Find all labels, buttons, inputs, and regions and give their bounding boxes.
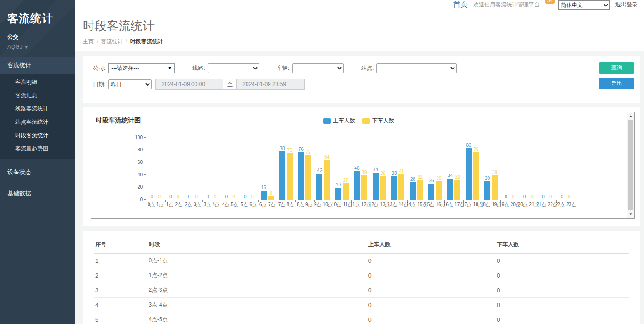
x-axis-label: 15点-16点	[425, 202, 446, 208]
user-name: AQGJ	[7, 44, 23, 50]
breadcrumb-current: 时段客流统计	[130, 38, 163, 45]
bar-value-label: 39	[492, 170, 497, 175]
station-select[interactable]	[376, 63, 457, 73]
bar-value-label: 6	[270, 191, 273, 196]
home-link[interactable]: 首页	[453, 0, 468, 10]
sidebar-item-device-status[interactable]: 设备状态	[0, 164, 75, 180]
date-preset-select[interactable]: 昨日	[108, 79, 152, 89]
x-axis-label: 12点-13点	[369, 202, 390, 208]
filter-row-selects: 公司: ---请选择--- ▼ 线路: 车辆: 站点:	[93, 63, 590, 73]
y-axis-tick-label: 80	[138, 147, 143, 152]
chart-category-group: 192710点-11点	[333, 138, 351, 200]
bar-column: 0	[156, 138, 162, 200]
date-label: 日期:	[93, 81, 105, 88]
table-cell: 3	[94, 283, 147, 298]
line-select[interactable]	[208, 63, 259, 73]
col-header-boarding: 上车人数	[367, 236, 495, 254]
bar-column: 41	[398, 138, 404, 200]
chart-category-group: 837617点-18点	[463, 138, 482, 200]
x-axis-label: 18点-19点	[481, 202, 502, 208]
bar-column: 26	[428, 138, 434, 200]
chart-bar	[428, 184, 434, 200]
sidebar-item-trend-chart[interactable]: 客流量趋势图	[0, 142, 75, 156]
legend-item-alighting[interactable]: 下车人数	[362, 117, 394, 125]
breadcrumb-home[interactable]: 主页	[83, 38, 94, 45]
scrollbar-thumb[interactable]	[628, 120, 633, 210]
user-dropdown[interactable]: AQGJ▼	[0, 41, 75, 57]
x-axis-label: 6点-7点	[259, 202, 275, 208]
bar-column: 0	[249, 138, 255, 200]
filter-panel: 公司: ---请选择--- ▼ 线路: 车辆: 站点: 日期:	[83, 56, 640, 103]
table-cell: 1点-2点	[147, 268, 367, 283]
sidebar-item-base-data[interactable]: 基础数据	[0, 185, 75, 202]
chart-bar	[324, 160, 330, 200]
bar-value-label: 0	[505, 194, 507, 199]
bar-value-label: 0	[169, 194, 172, 199]
main-area: 首页 欢迎使用客流统计管理平台 34 简体中文 退出登录 时段客流统计 主页/客…	[75, 0, 644, 324]
breadcrumb-passenger-stats[interactable]: 客流统计	[101, 38, 123, 45]
bar-column: 75	[287, 138, 293, 200]
date-range-group: 至	[155, 79, 305, 90]
x-axis-label: 7点-8点	[278, 202, 294, 208]
chart-scrollbar[interactable]: ▲ ▼	[627, 113, 634, 218]
chart-category-group: 76728点-9点	[295, 138, 314, 200]
date-start-input[interactable]	[155, 79, 224, 90]
chart-bar	[316, 174, 322, 200]
chart-plot: 020406080100000点-1点001点-2点002点-3点003点-4点…	[146, 138, 575, 200]
date-to-label: 至	[223, 79, 237, 90]
line-label: 线路:	[192, 64, 205, 72]
scrollbar-up-arrow-icon[interactable]: ▲	[627, 113, 634, 120]
table-cell: 0	[367, 268, 495, 283]
bar-column: 42	[316, 138, 322, 200]
table-cell: 0	[367, 254, 495, 268]
sidebar-item-passenger-stats[interactable]: 客流统计	[0, 57, 75, 74]
bar-column: 0	[503, 138, 509, 200]
chart-bar	[492, 175, 498, 200]
company-select[interactable]: ---请选择--- ▼	[108, 63, 175, 73]
x-axis-label: 8点-9点	[297, 202, 312, 208]
x-axis-label: 16点-17点	[443, 202, 465, 208]
sidebar-item-line-stats[interactable]: 线路客流统计	[0, 102, 75, 116]
x-axis-label: 3点-4点	[204, 202, 219, 208]
sidebar-item-period-stats[interactable]: 时段客流统计	[0, 129, 75, 142]
bar-column: 44	[373, 138, 379, 200]
chart-bar	[447, 179, 453, 200]
bar-column: 72	[305, 138, 311, 200]
legend-item-boarding[interactable]: 上车人数	[323, 117, 355, 125]
sidebar-item-passenger-detail[interactable]: 客流明细	[0, 75, 75, 89]
chevron-down-icon: ▼	[24, 45, 29, 50]
logout-link[interactable]: 退出登录	[615, 1, 638, 9]
bar-column: 46	[354, 138, 360, 200]
bar-value-label: 0	[207, 194, 209, 199]
bar-value-label: 38	[391, 171, 397, 176]
language-select[interactable]: 简体中文	[558, 0, 610, 10]
table-row: 32点-3点00	[94, 283, 629, 298]
sidebar-item-station-stats[interactable]: 站点客流统计	[0, 116, 75, 129]
table-cell: 0点-1点	[147, 254, 367, 268]
bar-column: 32	[454, 138, 460, 200]
breadcrumb: 主页/客流统计/时段客流统计	[83, 38, 644, 46]
bar-column: 32	[417, 138, 423, 200]
table-cell: 0	[495, 298, 629, 312]
chart-bar	[373, 173, 379, 200]
bar-column: 0	[540, 138, 546, 200]
chart-panel: 时段车流统计图 上车人数 下车人数 020406080100000点-1点001…	[83, 107, 640, 226]
dropdown-arrow-icon: ▼	[167, 66, 172, 70]
sidebar-item-passenger-summary[interactable]: 客流汇总	[0, 89, 75, 102]
chart-bar	[380, 176, 386, 200]
export-button[interactable]: 导出	[599, 78, 634, 89]
y-axis-tick-label: 100	[135, 135, 143, 140]
notification-badge[interactable]: 34	[545, 0, 555, 4]
chart-category-group: 263015点-16点	[426, 138, 445, 200]
date-end-input[interactable]	[236, 79, 305, 90]
vehicle-select[interactable]	[292, 63, 344, 73]
sidebar-submenu: 客流明细 客流汇总 线路客流统计 站点客流统计 时段客流统计 客流量趋势图	[0, 74, 75, 159]
chart-category-group: 78757点-8点	[277, 138, 296, 200]
scrollbar-down-arrow-icon[interactable]: ▼	[627, 211, 634, 218]
bar-value-label: 0	[549, 194, 552, 199]
query-button[interactable]: 查询	[599, 62, 634, 74]
bar-column: 78	[279, 138, 285, 200]
chart-bar	[298, 152, 304, 200]
x-axis-label: 9点-10点	[314, 202, 333, 208]
chart-bar	[361, 175, 367, 200]
